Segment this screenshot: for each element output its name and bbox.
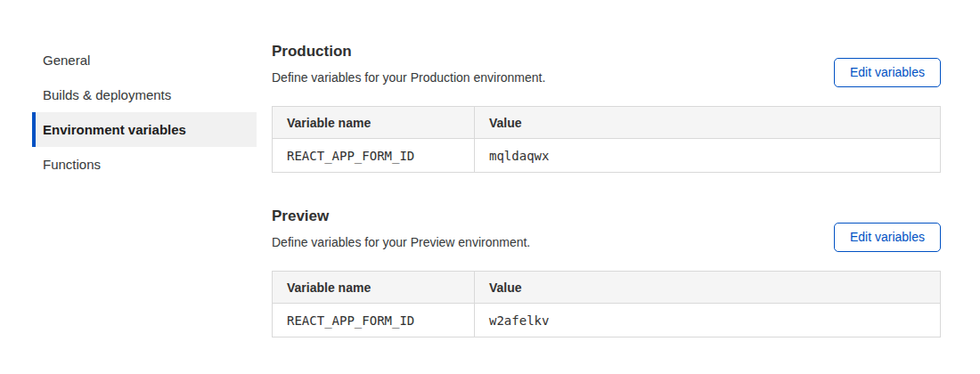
preview-section-text: Preview Define variables for your Previe… bbox=[272, 207, 530, 250]
column-header-value: Value bbox=[475, 272, 941, 304]
sidebar-item-environment-variables[interactable]: Environment variables bbox=[32, 112, 257, 147]
settings-page: General Builds & deployments Environment… bbox=[0, 0, 980, 374]
variable-name-cell: REACT_APP_FORM_ID bbox=[273, 139, 475, 173]
section-description: Define variables for your Production env… bbox=[272, 70, 545, 85]
table-header-row: Variable name Value bbox=[273, 107, 941, 139]
preview-section-header: Preview Define variables for your Previe… bbox=[272, 207, 941, 252]
sidebar-item-label: Functions bbox=[43, 157, 101, 172]
column-header-variable-name: Variable name bbox=[273, 107, 475, 139]
variable-name-cell: REACT_APP_FORM_ID bbox=[273, 304, 475, 337]
table-row: REACT_APP_FORM_ID w2afelkv bbox=[273, 304, 941, 337]
sidebar-item-label: Builds & deployments bbox=[43, 87, 171, 102]
sidebar-item-label: General bbox=[43, 53, 90, 68]
edit-variables-button-preview[interactable]: Edit variables bbox=[834, 223, 941, 252]
variable-value-cell: w2afelkv bbox=[475, 304, 941, 337]
sidebar-item-functions[interactable]: Functions bbox=[32, 147, 257, 182]
edit-variables-button-production[interactable]: Edit variables bbox=[834, 58, 941, 87]
environment-variables-panel: Production Define variables for your Pro… bbox=[272, 43, 941, 337]
table-row: REACT_APP_FORM_ID mqldaqwx bbox=[273, 139, 941, 173]
production-section-text: Production Define variables for your Pro… bbox=[272, 43, 545, 85]
preview-variables-table: Variable name Value REACT_APP_FORM_ID w2… bbox=[272, 271, 941, 337]
settings-sidebar: General Builds & deployments Environment… bbox=[32, 43, 257, 182]
production-variables-table: Variable name Value REACT_APP_FORM_ID mq… bbox=[272, 106, 941, 173]
section-title: Preview bbox=[272, 207, 530, 225]
production-section: Production Define variables for your Pro… bbox=[272, 43, 941, 173]
sidebar-item-general[interactable]: General bbox=[32, 43, 257, 77]
column-header-variable-name: Variable name bbox=[273, 272, 475, 304]
section-title: Production bbox=[272, 43, 545, 61]
variable-value-cell: mqldaqwx bbox=[475, 139, 941, 173]
table-header-row: Variable name Value bbox=[273, 272, 941, 304]
column-header-value: Value bbox=[475, 107, 941, 139]
production-section-header: Production Define variables for your Pro… bbox=[272, 43, 941, 87]
sidebar-item-label: Environment variables bbox=[43, 122, 186, 137]
sidebar-item-builds-deployments[interactable]: Builds & deployments bbox=[32, 77, 257, 112]
preview-section: Preview Define variables for your Previe… bbox=[272, 207, 941, 337]
section-description: Define variables for your Preview enviro… bbox=[272, 235, 530, 250]
